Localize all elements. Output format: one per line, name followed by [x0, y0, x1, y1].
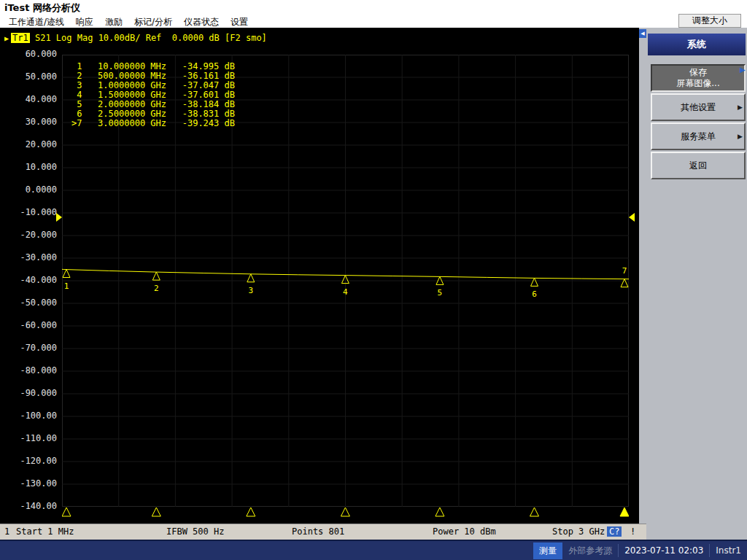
- sidebar-button-label: 保存: [689, 67, 707, 78]
- app-title: iTest 网络分析仪: [4, 1, 80, 15]
- y-axis-tick: -90.000: [3, 388, 57, 399]
- svg-text:5: 5: [438, 288, 443, 298]
- top-bar: iTest 网络分析仪 工作通道/迹线响应激励标记/分析仪器状态设置 调整大小: [0, 0, 747, 28]
- trace-name-badge[interactable]: Tr1: [11, 33, 30, 43]
- y-axis-tick: -120.00: [3, 456, 57, 467]
- trace-status-bar: ▶Tr1 S21 Log Mag 10.00dB/ Ref 0.0000 dB …: [4, 33, 267, 44]
- calibration-badge: C?: [607, 526, 622, 537]
- y-axis-tick: -60.000: [3, 320, 57, 331]
- sidebar-button-label: 屏幕图像...: [676, 78, 719, 89]
- y-axis-tick: 20.000: [3, 139, 57, 150]
- svg-text:4: 4: [343, 287, 348, 297]
- ifbw-value: IFBW 500 Hz: [166, 526, 224, 537]
- trace-settings-text: S21 Log Mag 10.00dB/ Ref 0.0000 dB [F2 s…: [30, 33, 267, 43]
- network-analyzer-app: iTest 网络分析仪 工作通道/迹线响应激励标记/分析仪器状态设置 调整大小 …: [0, 0, 747, 560]
- points-value: Points 801: [292, 526, 344, 537]
- svg-text:3: 3: [248, 286, 253, 295]
- sidebar-button[interactable]: 保存屏幕图像...: [651, 64, 746, 92]
- reference-level-arrow-left-icon: [56, 213, 62, 222]
- svg-text:1: 1: [64, 281, 69, 291]
- y-axis-tick: -110.00: [3, 433, 57, 444]
- external-reference-indicator: 外部参考源: [568, 545, 612, 557]
- y-axis-tick: 30.000: [3, 117, 57, 128]
- svg-text:2: 2: [154, 284, 159, 293]
- y-axis-tick: -100.00: [3, 411, 57, 421]
- marker-readout-row: >7 3.0000000 GHz -39.243 dB: [71, 119, 235, 128]
- submenu-arrow-icon: ▶: [738, 102, 743, 113]
- active-trace-arrow-icon: ▶: [4, 34, 9, 42]
- instrument-name: Instr1: [716, 545, 743, 556]
- reference-level-arrow-right-icon: [629, 213, 635, 222]
- sidebar-header-system: 系统: [648, 34, 746, 55]
- y-axis-tick: -10.000: [3, 207, 57, 218]
- channel-number: 1: [4, 526, 9, 537]
- sidebar-button-label: 其他设置: [681, 102, 716, 113]
- datetime-display: 2023-07-11 02:03: [618, 544, 710, 557]
- sidebar-button[interactable]: 返回: [651, 152, 746, 179]
- softkey-sidebar: 系统 保存屏幕图像...其他设置▶服务菜单▶返回 ▶: [646, 28, 747, 540]
- svg-text:7: 7: [622, 266, 627, 276]
- marker-table: 1 10.000000 MHz -34.995 dB 2 500.00000 M…: [71, 62, 235, 128]
- measure-mode-button[interactable]: 测量: [533, 542, 562, 559]
- panel-edge-strip: ◀: [639, 28, 646, 524]
- y-axis-tick: -20.000: [3, 230, 57, 241]
- chart-area: ▶Tr1 S21 Log Mag 10.00dB/ Ref 0.0000 dB …: [0, 28, 639, 524]
- sidebar-button-label: 返回: [689, 160, 707, 171]
- y-axis-tick: 40.000: [3, 94, 57, 105]
- y-axis-tick: 50.000: [3, 71, 57, 82]
- active-item-indicator-icon: ▶: [740, 66, 746, 74]
- y-axis-tick: 10.000: [3, 162, 57, 173]
- y-axis-tick: 60.000: [3, 49, 57, 60]
- y-axis-tick: -40.000: [3, 275, 57, 286]
- y-axis-tick: -30.000: [3, 252, 57, 263]
- y-axis-tick: -50.000: [3, 298, 57, 308]
- panel-toggle-icon[interactable]: ◀: [639, 29, 646, 38]
- sidebar-button[interactable]: 服务菜单▶: [651, 122, 746, 150]
- y-axis-tick: -140.00: [3, 501, 57, 512]
- y-axis-tick: -80.000: [3, 365, 57, 376]
- start-frequency: Start 1 MHz: [16, 526, 74, 537]
- warning-indicator: !: [630, 526, 635, 537]
- submenu-arrow-icon: ▶: [738, 131, 743, 142]
- svg-text:6: 6: [532, 289, 537, 299]
- stop-frequency: Stop 3 GHz: [552, 526, 605, 537]
- taskbar-right-cluster: 测量 外部参考源 2023-07-11 02:03 Instr1: [533, 541, 743, 560]
- sweep-status-bar: 1 Start 1 MHz IFBW 500 Hz Points 801 Pow…: [0, 524, 646, 540]
- resize-button[interactable]: 调整大小: [678, 14, 741, 28]
- power-value: Power 10 dBm: [433, 526, 496, 537]
- y-axis-tick: 0.0000: [3, 184, 57, 195]
- y-axis-tick: -70.000: [3, 343, 57, 354]
- sidebar-button-label: 服务菜单: [681, 131, 716, 142]
- sidebar-button[interactable]: 其他设置▶: [651, 93, 746, 121]
- y-axis-tick: -130.00: [3, 478, 57, 489]
- bottom-taskbar: 测量 外部参考源 2023-07-11 02:03 Instr1: [0, 540, 747, 560]
